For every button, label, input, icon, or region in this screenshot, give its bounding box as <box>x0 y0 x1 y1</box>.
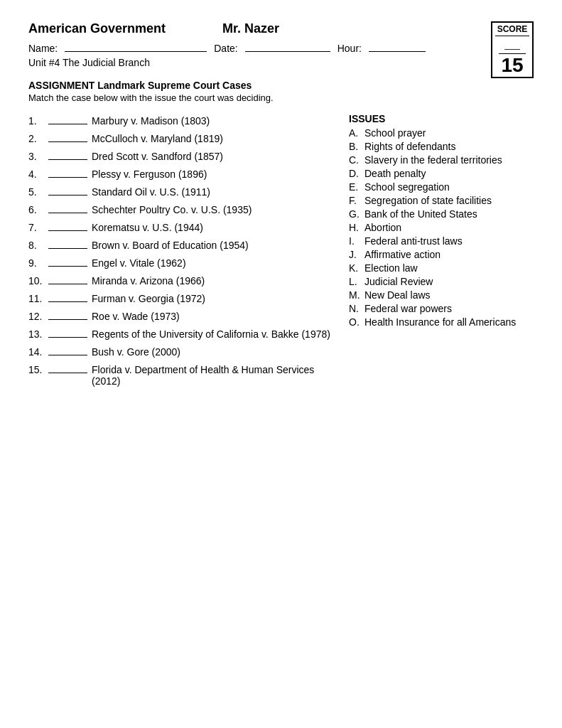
issue-item: B.Rights of defendants <box>349 141 534 152</box>
case-item: 12.Roe v. Wade (1973) <box>28 309 335 322</box>
case-answer-blank[interactable] <box>48 202 87 213</box>
issue-text: Segregation of state facilities <box>364 195 534 206</box>
issue-text: Rights of defendants <box>364 141 534 152</box>
date-label: Date: <box>214 43 237 54</box>
case-number: 15. <box>28 364 48 375</box>
case-item: 7.Korematsu v. U.S. (1944) <box>28 220 335 233</box>
case-item: 3.Dred Scott v. Sandford (1857) <box>28 149 335 162</box>
case-name: Marbury v. Madison (1803) <box>92 115 335 127</box>
issue-letter: A. <box>349 127 364 139</box>
case-number: 6. <box>28 204 48 215</box>
issue-text: School prayer <box>364 127 534 139</box>
issue-item: C.Slavery in the federal territories <box>349 154 534 166</box>
issues-column: ISSUES A.School prayerB.Rights of defend… <box>349 113 534 391</box>
issue-text: Health Insurance for all Americans <box>364 316 534 328</box>
issue-text: Federal war powers <box>364 303 534 314</box>
case-answer-blank[interactable] <box>48 166 87 178</box>
issue-text: Affirmative action <box>364 249 534 260</box>
issue-letter: F. <box>349 195 364 206</box>
case-name: Bush v. Gore (2000) <box>92 346 335 358</box>
score-blank: ___ <box>504 39 520 50</box>
case-item: 13.Regents of the University of Californ… <box>28 326 335 340</box>
case-number: 10. <box>28 275 48 287</box>
case-number: 8. <box>28 240 48 251</box>
case-name: McCulloch v. Maryland (1819) <box>92 133 335 144</box>
issue-text: Bank of the United States <box>364 208 534 220</box>
course-title: American Government <box>28 21 166 36</box>
case-answer-blank[interactable] <box>48 273 87 284</box>
issue-letter: K. <box>349 262 364 274</box>
case-name: Brown v. Board of Education (1954) <box>92 240 335 251</box>
case-number: 7. <box>28 222 48 233</box>
issue-item: F.Segregation of state facilities <box>349 195 534 206</box>
issue-item: A.School prayer <box>349 127 534 139</box>
case-answer-blank[interactable] <box>48 184 87 196</box>
issue-item: H.Abortion <box>349 222 534 233</box>
issue-letter: J. <box>349 249 364 260</box>
case-name: Schechter Poultry Co. v. U.S. (1935) <box>92 204 335 215</box>
issue-item: E.School segregation <box>349 181 534 193</box>
issue-item: D.Death penalty <box>349 168 534 179</box>
issue-item: L.Judicial Review <box>349 276 534 287</box>
issue-text: Judicial Review <box>364 276 534 287</box>
issues-title: ISSUES <box>349 113 534 124</box>
case-name: Miranda v. Arizona (1966) <box>92 275 335 287</box>
case-answer-blank[interactable] <box>48 131 87 142</box>
issue-item: M.New Deal laws <box>349 289 534 301</box>
case-number: 9. <box>28 257 48 269</box>
case-item: 2.McCulloch v. Maryland (1819) <box>28 131 335 144</box>
date-field[interactable] <box>245 41 330 52</box>
issue-text: Federal anti-trust laws <box>364 235 534 247</box>
case-answer-blank[interactable] <box>48 291 87 302</box>
case-answer-blank[interactable] <box>48 255 87 267</box>
name-label: Name: <box>28 43 58 54</box>
case-name: Regents of the University of California … <box>92 328 335 340</box>
case-answer-blank[interactable] <box>48 113 87 124</box>
case-number: 4. <box>28 168 48 180</box>
case-number: 1. <box>28 115 48 127</box>
case-answer-blank[interactable] <box>48 237 87 249</box>
case-answer-blank[interactable] <box>48 362 87 373</box>
case-answer-blank[interactable] <box>48 344 87 355</box>
issue-text: School segregation <box>364 181 534 193</box>
case-item: 4.Plessy v. Ferguson (1896) <box>28 166 335 180</box>
case-item: 8.Brown v. Board of Education (1954) <box>28 237 335 251</box>
issue-letter: M. <box>349 289 364 301</box>
case-answer-blank[interactable] <box>48 309 87 320</box>
issue-text: Death penalty <box>364 168 534 179</box>
issue-letter: G. <box>349 208 364 220</box>
issue-letter: D. <box>349 168 364 179</box>
issue-letter: E. <box>349 181 364 193</box>
score-label: SCORE <box>495 24 529 36</box>
issue-text: Abortion <box>364 222 534 233</box>
case-name: Korematsu v. U.S. (1944) <box>92 222 335 233</box>
issue-item: G.Bank of the United States <box>349 208 534 220</box>
hour-field[interactable] <box>369 41 426 52</box>
case-number: 3. <box>28 151 48 162</box>
case-item: 9.Engel v. Vitale (1962) <box>28 255 335 269</box>
issue-letter: C. <box>349 154 364 166</box>
case-item: 14.Bush v. Gore (2000) <box>28 344 335 358</box>
case-answer-blank[interactable] <box>48 149 87 160</box>
case-number: 13. <box>28 328 48 340</box>
hour-label: Hour: <box>337 43 362 54</box>
case-answer-blank[interactable] <box>48 326 87 338</box>
issue-letter: B. <box>349 141 364 152</box>
score-box: SCORE ___ 15 <box>491 21 534 78</box>
name-field[interactable] <box>65 41 207 52</box>
case-number: 14. <box>28 346 48 358</box>
unit-label: Unit #4 The Judicial Branch <box>28 57 150 68</box>
issue-item: N.Federal war powers <box>349 303 534 314</box>
case-item: 5.Standard Oil v. U.S. (1911) <box>28 184 335 198</box>
case-item: 11.Furman v. Georgia (1972) <box>28 291 335 304</box>
issue-letter: N. <box>349 303 364 314</box>
issue-item: J.Affirmative action <box>349 249 534 260</box>
content-area: 1.Marbury v. Madison (1803)2.McCulloch v… <box>28 113 534 391</box>
issue-letter: H. <box>349 222 364 233</box>
case-name: Furman v. Georgia (1972) <box>92 293 335 304</box>
cases-column: 1.Marbury v. Madison (1803)2.McCulloch v… <box>28 113 335 391</box>
issue-letter: I. <box>349 235 364 247</box>
case-item: 15.Florida v. Department of Health & Hum… <box>28 362 335 387</box>
case-answer-blank[interactable] <box>48 220 87 231</box>
case-number: 5. <box>28 186 48 198</box>
